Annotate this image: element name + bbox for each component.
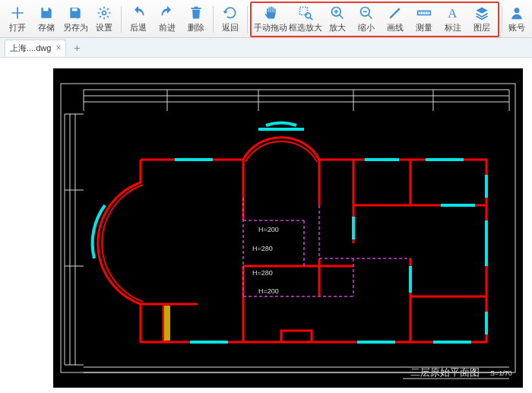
draw-line-label: 画线: [387, 22, 404, 33]
canvas-area: H=200 H=280 H=280 H=200 二层原始平面图 S=1/70: [0, 58, 532, 393]
toolbar-highlight-box: 手动拖动 框选放大 放大 缩小 画线 测量 A 标注 图层: [250, 2, 499, 37]
layers-label: 图层: [473, 22, 490, 33]
layers-button[interactable]: 图层: [467, 3, 496, 36]
tab-bar: 上海....dwg × +: [0, 38, 532, 58]
zoom-out-button[interactable]: 缩小: [352, 3, 381, 36]
account-label: 账号: [508, 22, 525, 33]
annotate-button[interactable]: A 标注: [439, 3, 467, 36]
back-button[interactable]: 后退: [124, 2, 153, 37]
close-icon[interactable]: ×: [55, 43, 61, 53]
return-icon: [223, 5, 238, 21]
svg-line-3: [309, 17, 312, 20]
svg-point-17: [514, 8, 519, 13]
toolbar-group-nav: 后退 前进 删除: [124, 2, 211, 37]
layers-icon: [474, 5, 489, 21]
toolbar-group-return: 返回: [216, 2, 245, 37]
toolbar-group-file: 打开 存储 另存为 设置: [3, 2, 119, 37]
toolbar-separator: [213, 6, 214, 33]
gear-icon: [97, 5, 112, 21]
zoom-out-icon: [359, 5, 374, 21]
forward-button[interactable]: 前进: [153, 2, 182, 37]
svg-text:A: A: [448, 6, 457, 21]
annotation-h280b: H=280: [252, 269, 273, 277]
svg-point-0: [103, 11, 106, 15]
cad-drawing[interactable]: H=200 H=280 H=280 H=200 二层原始平面图 S=1/70: [53, 68, 523, 388]
save-button[interactable]: 存储: [32, 2, 61, 37]
undo-icon: [131, 5, 146, 21]
annotation-h200a: H=200: [258, 226, 279, 233]
pan-label: 手动拖动: [254, 22, 287, 33]
back-label: 后退: [130, 22, 147, 33]
delete-label: 删除: [188, 22, 204, 33]
plus-icon: [10, 5, 25, 21]
toolbar-separator: [247, 6, 248, 33]
saveas-button[interactable]: 另存为: [61, 2, 90, 37]
zoom-in-label: 放大: [329, 22, 346, 33]
measure-button[interactable]: 测量: [410, 3, 439, 36]
svg-line-5: [339, 15, 343, 19]
settings-label: 设置: [96, 22, 112, 33]
toolbar-separator: [502, 6, 502, 33]
saveas-icon: [68, 5, 83, 21]
zoom-in-button[interactable]: 放大: [323, 3, 352, 36]
redo-icon: [160, 5, 175, 21]
drawing-scale: S=1/70: [490, 369, 512, 377]
add-tab-button[interactable]: +: [69, 40, 84, 55]
annotate-label: 标注: [445, 22, 461, 33]
svg-rect-18: [61, 84, 515, 372]
delete-button[interactable]: 删除: [182, 2, 211, 37]
annotation-h200b: H=200: [258, 287, 279, 295]
zoom-window-icon: [298, 5, 313, 21]
ruler-icon: [416, 5, 432, 21]
trash-icon: [188, 5, 204, 21]
zoom-window-label: 框选放大: [289, 22, 322, 33]
pencil-icon: [388, 5, 403, 21]
open-button[interactable]: 打开: [3, 2, 32, 37]
user-icon: [509, 5, 524, 21]
return-label: 返回: [222, 22, 239, 33]
zoom-in-icon: [330, 5, 345, 21]
main-toolbar: 打开 存储 另存为 设置 后退 前进 删除: [0, 0, 532, 38]
file-tab[interactable]: 上海....dwg ×: [5, 40, 66, 56]
settings-button[interactable]: 设置: [90, 2, 119, 37]
drawing-title: 二层原始平面图: [410, 366, 480, 378]
draw-line-button[interactable]: 画线: [381, 3, 410, 36]
svg-rect-11: [417, 11, 430, 15]
open-label: 打开: [9, 22, 26, 33]
saveas-label: 另存为: [63, 22, 88, 33]
measure-label: 测量: [416, 22, 432, 33]
svg-rect-49: [164, 306, 170, 341]
account-button[interactable]: 账号: [504, 2, 529, 37]
tab-label: 上海....dwg: [10, 43, 51, 54]
svg-line-9: [368, 15, 372, 19]
return-button[interactable]: 返回: [216, 2, 245, 37]
annotation-h280a: H=280: [252, 245, 273, 252]
save-label: 存储: [38, 22, 55, 33]
toolbar-separator: [121, 6, 122, 33]
hand-icon: [263, 5, 278, 21]
zoom-out-label: 缩小: [358, 22, 375, 33]
zoom-window-button[interactable]: 框选放大: [288, 3, 323, 36]
pan-button[interactable]: 手动拖动: [253, 3, 288, 36]
forward-label: 前进: [159, 22, 176, 33]
save-icon: [39, 5, 54, 21]
text-icon: A: [445, 5, 461, 21]
